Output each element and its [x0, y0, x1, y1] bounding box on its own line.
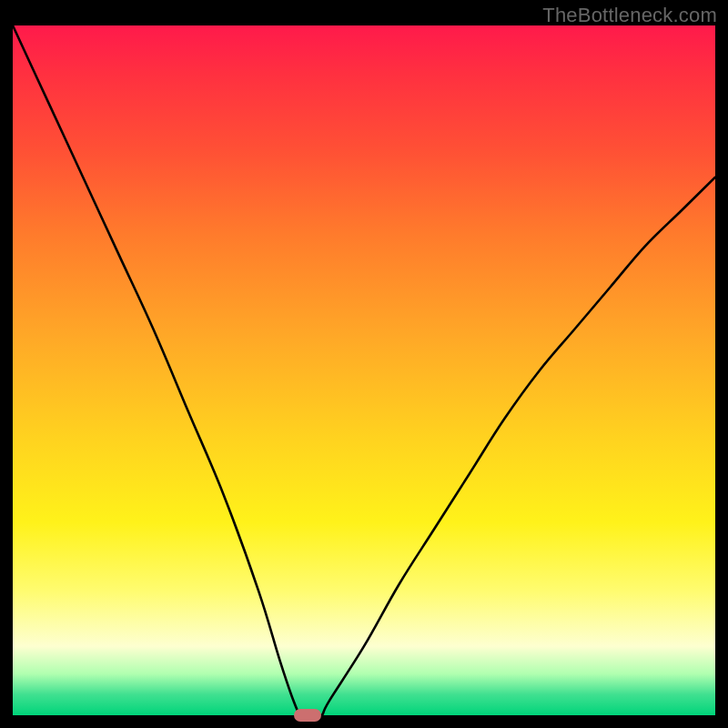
curve-svg: [13, 25, 715, 715]
bottleneck-curve-path: [13, 25, 715, 715]
chart-frame: TheBottleneck.com: [0, 0, 728, 728]
watermark-text: TheBottleneck.com: [542, 4, 717, 27]
plot-area: [13, 25, 715, 715]
optimum-marker: [294, 709, 321, 722]
